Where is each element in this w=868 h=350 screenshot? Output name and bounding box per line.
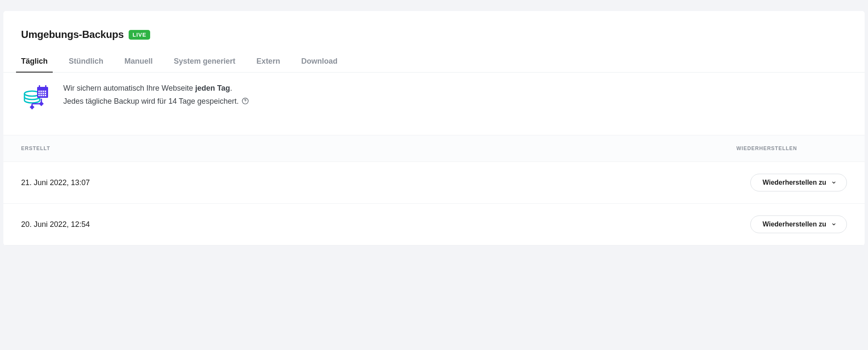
info-line1-pre: Wir sichern automatisch Ihre Webseite [63,84,195,92]
info-line2: Jedes tägliche Backup wird für 14 Tage g… [63,97,239,105]
svg-rect-6 [45,91,46,92]
restore-button[interactable]: Wiederherstellen zu [750,174,847,191]
table-row: 21. Juni 2022, 13:07 Wiederherstellen zu [3,162,865,204]
svg-rect-14 [45,95,46,96]
restore-button-label: Wiederherstellen zu [763,179,826,186]
svg-rect-18 [30,105,34,109]
svg-rect-9 [43,93,44,94]
backup-date: 20. Juni 2022, 12:54 [21,220,90,229]
database-backup-icon [21,82,51,114]
chevron-down-icon [831,222,836,227]
backup-date: 21. Juni 2022, 13:07 [21,178,90,187]
svg-rect-8 [40,93,42,94]
table-row: 20. Juni 2022, 12:54 Wiederherstellen zu [3,204,865,245]
title-row: Umgebungs-Backups LIVE [21,29,847,40]
tab-download[interactable]: Download [296,57,342,73]
help-icon[interactable] [242,97,249,105]
tab-hourly[interactable]: Stündlich [64,57,108,73]
svg-rect-10 [45,93,46,94]
svg-rect-4 [40,91,42,92]
svg-rect-15 [39,85,40,88]
list-header: ERSTELLT WIEDERHERSTELLEN [3,135,865,162]
svg-rect-17 [39,101,43,106]
svg-rect-11 [38,95,40,96]
svg-point-20 [245,102,245,102]
backups-card: Umgebungs-Backups LIVE Täglich Stündlich… [3,11,865,245]
page-title: Umgebungs-Backups [21,29,124,40]
info-line1-bold: jeden Tag [195,84,230,92]
svg-rect-16 [45,85,46,88]
tab-daily[interactable]: Täglich [16,57,53,73]
info-text: Wir sichern automatisch Ihre Webseite je… [63,82,249,108]
svg-rect-3 [38,91,40,92]
svg-rect-12 [40,95,42,96]
tab-external[interactable]: Extern [251,57,285,73]
column-restore: WIEDERHERSTELLEN [736,145,847,151]
card-header: Umgebungs-Backups LIVE Täglich Stündlich… [3,11,865,73]
tabs: Täglich Stündlich Manuell System generie… [3,57,865,73]
column-created: ERSTELLT [21,145,50,151]
svg-rect-5 [43,91,44,92]
live-badge: LIVE [129,30,150,40]
restore-button[interactable]: Wiederherstellen zu [750,215,847,233]
chevron-down-icon [831,180,836,185]
svg-rect-7 [38,93,40,94]
tab-manual[interactable]: Manuell [119,57,158,73]
restore-button-label: Wiederherstellen zu [763,221,826,228]
info-line1-post: . [230,84,232,92]
svg-rect-13 [43,95,44,96]
tab-system-generated[interactable]: System generiert [169,57,240,73]
info-block: Wir sichern automatisch Ihre Webseite je… [3,73,865,135]
